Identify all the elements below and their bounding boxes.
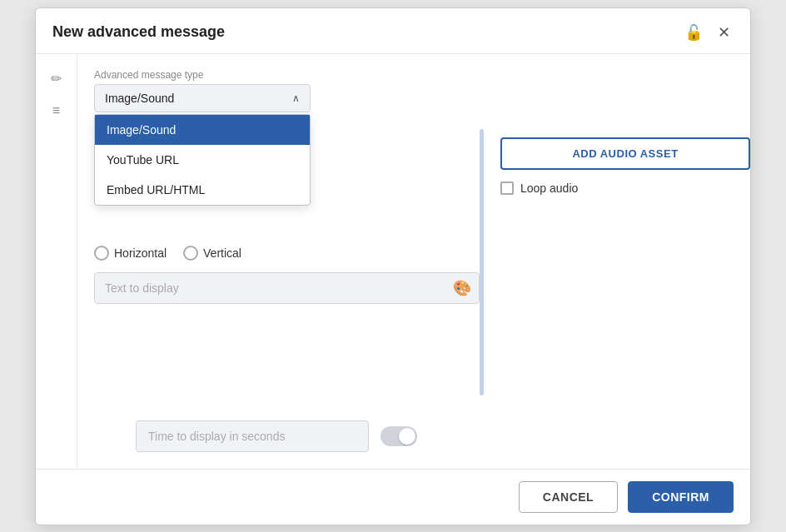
- time-display-row: [136, 420, 734, 452]
- dropdown-item-youtube[interactable]: YouTube URL: [95, 145, 310, 175]
- right-column: ADD AUDIO ASSET Loop audio: [484, 121, 750, 404]
- dropdown-item-embed[interactable]: Embed URL/HTML: [95, 175, 310, 205]
- loop-audio-label: Loop audio: [520, 181, 578, 195]
- sidebar: ✏ ≡: [36, 54, 77, 469]
- text-to-display-input[interactable]: [94, 272, 480, 304]
- toggle-switch[interactable]: [381, 426, 417, 446]
- selected-type-label: Image/Sound: [105, 92, 174, 105]
- confirm-button[interactable]: CONFIRM: [628, 481, 734, 513]
- chevron-up-icon: ∧: [292, 92, 300, 104]
- orientation-row: Horizontal Vertical: [94, 246, 480, 261]
- loop-audio-row: Loop audio: [500, 181, 750, 195]
- toggle-knob: [399, 428, 415, 445]
- vertical-radio[interactable]: Vertical: [183, 246, 241, 261]
- menu-icon[interactable]: ≡: [52, 103, 60, 118]
- dialog-body: ✏ ≡ Advanced message type Image/Sound ∧: [36, 54, 750, 469]
- close-icon[interactable]: ✕: [714, 23, 734, 42]
- select-container: Image/Sound ∧ Image/Sound YouTube URL Em…: [94, 84, 311, 112]
- add-audio-button[interactable]: ADD AUDIO ASSET: [500, 137, 750, 170]
- dialog-title: New advanced message: [52, 23, 225, 41]
- message-type-selector: Advanced message type Image/Sound ∧ Imag…: [94, 69, 734, 112]
- vertical-label: Vertical: [203, 246, 241, 260]
- cancel-button[interactable]: CANCEL: [519, 481, 618, 513]
- message-type-label: Advanced message type: [94, 69, 734, 81]
- dropdown-item-image-sound[interactable]: Image/Sound: [95, 115, 310, 145]
- loop-audio-checkbox[interactable]: [500, 181, 514, 195]
- main-content: Advanced message type Image/Sound ∧ Imag…: [77, 54, 750, 469]
- dropdown-menu: Image/Sound YouTube URL Embed URL/HTML: [94, 114, 311, 206]
- horizontal-radio[interactable]: Horizontal: [94, 246, 167, 261]
- text-display-row: 🎨: [94, 272, 480, 304]
- select-box[interactable]: Image/Sound ∧: [94, 84, 311, 112]
- lock-icon[interactable]: 🔓: [681, 23, 706, 42]
- horizontal-label: Horizontal: [114, 246, 167, 260]
- palette-icon[interactable]: 🎨: [453, 279, 471, 297]
- bottom-area: [77, 404, 750, 469]
- vertical-radio-circle: [183, 246, 198, 261]
- time-display-input[interactable]: [136, 420, 369, 452]
- dialog-header: New advanced message 🔓 ✕: [36, 8, 750, 54]
- horizontal-radio-circle: [94, 246, 109, 261]
- dialog-container: New advanced message 🔓 ✕ ✏ ≡ Advanced me…: [35, 7, 751, 525]
- edit-icon[interactable]: ✏: [51, 71, 62, 87]
- header-icons: 🔓 ✕: [681, 23, 734, 42]
- dialog-footer: CANCEL CONFIRM: [36, 469, 750, 525]
